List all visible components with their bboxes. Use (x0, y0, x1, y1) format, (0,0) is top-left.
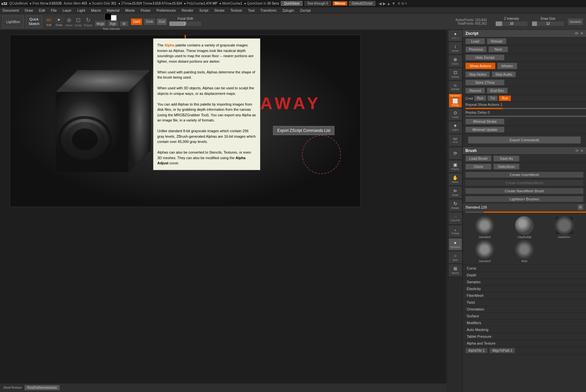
txt-button[interactable]: Txt (488, 95, 498, 101)
align-to-path-button[interactable]: AlignToPath 1 (489, 348, 515, 353)
minimal-update-button[interactable]: Minimal Update (465, 127, 504, 133)
default-zscript-button[interactable]: DefaultZScript (349, 1, 375, 6)
zsub-button[interactable]: Zsub (143, 18, 155, 25)
dynamo-button[interactable]: ● Dynamo (449, 238, 462, 250)
menu-preferences[interactable]: Preferences (155, 8, 177, 12)
menu-draw[interactable]: Draw (23, 8, 34, 12)
zscript-close-icon[interactable]: ✕ (580, 31, 583, 36)
menu-layer[interactable]: Layer (61, 8, 73, 12)
r-button[interactable]: R (578, 204, 583, 210)
load-button[interactable]: Load (465, 38, 485, 44)
export-commands-button[interactable]: Export Commands (468, 136, 581, 144)
spix-box[interactable]: ✦ SPix 3 (449, 31, 462, 41)
standard-slider[interactable] (465, 211, 586, 213)
section-samples[interactable]: Samples (463, 279, 586, 285)
menu-picker[interactable]: Picker (139, 8, 152, 12)
menu-stroke[interactable]: Stroke (213, 8, 226, 12)
skip-notes-button[interactable]: Skip Notes (465, 71, 490, 77)
canvas-area[interactable]: GO AWAY The Alpha palette contains a var… (0, 30, 446, 392)
menu-texture[interactable]: Texture (229, 8, 243, 12)
anotes-button[interactable]: bNotes (497, 63, 517, 69)
q2-button[interactable]: ⟳ (449, 147, 462, 159)
persp-button[interactable]: ⬜ Persp (449, 97, 462, 107)
menu-transform[interactable]: Transform (259, 8, 278, 12)
brush-clay[interactable]: ClayBuildp (505, 216, 543, 239)
quicksave-button[interactable]: QuickSave (281, 1, 302, 6)
section-alpha-texture[interactable]: Alpha and Texture (463, 340, 586, 347)
create-insert-mesh-button[interactable]: Create InsertMesh (465, 172, 583, 178)
menu-movie[interactable]: Movie (124, 8, 136, 12)
scroll-button[interactable]: ↕ Scroll (449, 42, 462, 54)
hide-zscript-button[interactable]: Hide Zscript (465, 55, 504, 60)
transp-button[interactable]: ⟁ Transp (449, 225, 462, 237)
menu-edit[interactable]: Edit (38, 8, 46, 12)
menu-light[interactable]: Light (76, 8, 86, 12)
focal-shift-slider[interactable]: 0 (169, 21, 202, 26)
next-button[interactable]: Next (488, 46, 508, 52)
seethrough-button[interactable]: See-through 0 (305, 1, 331, 6)
scale-button[interactable]: ⊳ Scale (449, 186, 462, 198)
m-button[interactable]: M (120, 21, 129, 27)
section-depth[interactable]: Depth (463, 272, 586, 279)
menu-script[interactable]: Script (198, 8, 210, 12)
menu-zscript[interactable]: Zscript (299, 8, 312, 12)
quicksketch-button[interactable]: QuickSketch (26, 16, 43, 28)
end-rec-button[interactable]: End Rec (487, 88, 508, 94)
brush-close-icon[interactable]: ✕ (580, 149, 583, 153)
lightbox-brushes-button[interactable]: Lightbox> Brushes (465, 196, 583, 202)
zscript-expand-icon[interactable]: ⟳ (575, 31, 578, 36)
reload-button[interactable]: Reload (487, 38, 506, 44)
brush-standard2[interactable]: Standard (465, 240, 504, 263)
section-auto-masking[interactable]: Auto Masking (463, 326, 586, 333)
run-button[interactable]: Run (474, 95, 486, 101)
frame-button[interactable]: ▣ Frame (449, 160, 462, 172)
section-tablet-pressure[interactable]: Tablet Pressure (463, 333, 586, 340)
menus-button[interactable]: Menus (333, 1, 347, 6)
xyz-button[interactable]: xyz XYZ (449, 134, 462, 146)
menu-macro[interactable]: Macro (90, 8, 102, 12)
zcut-button[interactable]: Zcut (156, 18, 167, 25)
brush-expand-icon[interactable]: ⟳ (576, 149, 579, 153)
rotate-button[interactable]: ↻ Rotate (449, 199, 462, 211)
lsym-button[interactable]: ✚ LSym (449, 121, 462, 133)
rgb-button[interactable]: Rgb (108, 21, 118, 27)
lightbox-button[interactable]: LightBox (3, 16, 24, 28)
alpha-tile-button[interactable]: AlphaTile 1 (465, 348, 488, 353)
section-curve[interactable]: Curve (463, 265, 586, 272)
clone-button[interactable]: Clone (465, 164, 491, 170)
draw-button[interactable]: ✦ (54, 17, 63, 23)
linefill-button[interactable]: ∷ Line Fill (449, 212, 462, 224)
show-actions-button[interactable]: Show Actions (465, 63, 495, 69)
menu-tool[interactable]: Tool (247, 8, 256, 12)
section-fibermesh[interactable]: FiberMesh (463, 292, 586, 299)
section-twist[interactable]: Twist (463, 299, 586, 306)
menu-render[interactable]: Render (180, 8, 195, 12)
run2-button[interactable]: Run (499, 95, 511, 101)
repeat-show-slider[interactable] (465, 108, 586, 109)
menu-zplugin[interactable]: Zplugin (281, 8, 295, 12)
section-orientation[interactable]: Orientation (463, 306, 586, 313)
brush-maskpen[interactable]: MaskPen (545, 216, 583, 239)
brush-blob[interactable]: Blob (505, 240, 543, 263)
actual-button[interactable]: ⊡ Actual (449, 68, 462, 80)
menu-document[interactable]: Document (1, 8, 20, 12)
brush-standard[interactable]: Standard (465, 216, 504, 239)
load-brush-button[interactable]: Load Brush (465, 156, 491, 161)
replay-delay-slider[interactable] (465, 116, 586, 117)
create-nanomesh-button[interactable]: Create NanoMesh Brush (465, 188, 583, 194)
local-button[interactable]: ⊙ Local (449, 108, 462, 120)
draw-size-slider[interactable]: 12 (532, 21, 564, 26)
z-intensity-slider[interactable]: 10 (495, 21, 528, 26)
zadd-button[interactable]: Zadd (131, 18, 143, 25)
mrgb-button[interactable]: Mrgb (95, 21, 107, 27)
menu-material[interactable]: Material (105, 8, 121, 12)
save-as-button[interactable]: Save As (493, 156, 519, 161)
solo-button[interactable]: ○ Solo (449, 251, 462, 263)
record-button[interactable]: Record (465, 88, 485, 94)
dynamic-button[interactable]: Dynamic (567, 18, 583, 25)
edit-button[interactable]: ✏ (44, 17, 53, 23)
xpose-button[interactable]: ⊠ Xpose (449, 264, 462, 276)
skip-audio-button[interactable]: Skip Audio (492, 71, 516, 77)
aahalf-button[interactable]: ½ AAHalf (449, 81, 462, 93)
move-button[interactable]: ✋ Move (449, 173, 462, 185)
